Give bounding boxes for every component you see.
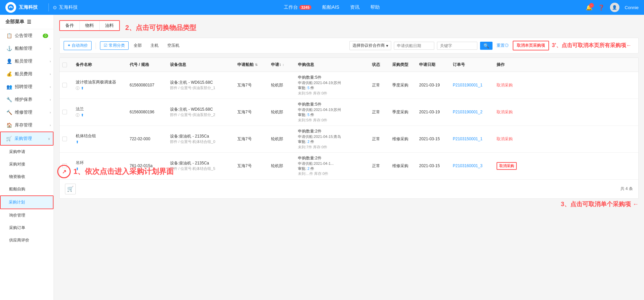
- arrow-icon: ›: [50, 111, 51, 114]
- sidebar-item-crewfee[interactable]: 💰 船员费用 ›: [0, 68, 54, 80]
- info-icon[interactable]: ⓘ: [76, 113, 79, 118]
- auto-quote-button[interactable]: ✦ 自动询价: [64, 41, 92, 50]
- news-label: 资讯: [350, 4, 360, 10]
- type-tab-oil[interactable]: 油料: [100, 21, 119, 30]
- logo-icon: [5, 2, 16, 13]
- cancel-purchase-link[interactable]: 取消采购: [497, 136, 513, 142]
- type-tab-spare[interactable]: 备件: [60, 21, 80, 30]
- approval-link[interactable]: 5: [307, 86, 309, 90]
- order-no-link[interactable]: P2103190001_1: [453, 82, 482, 88]
- cell-apply-date: 2021-03-19: [416, 99, 450, 125]
- annotation-2: 2、点击可切换物品类型: [125, 23, 196, 32]
- sidebar-item-label: 采购对接: [9, 161, 25, 167]
- cell-action: 取消采购: [494, 72, 534, 99]
- news-nav-item[interactable]: 资讯: [350, 4, 360, 10]
- filter-tab-common-class[interactable]: ☑ 常用分类: [100, 41, 128, 50]
- upload-icon[interactable]: ⬆: [76, 140, 79, 145]
- main-layout: 全部菜单 ☰ 📋 公告管理 0 ⚓ 船舶管理 › 👤 船员管理 › 💰 船员费用…: [0, 15, 644, 300]
- question-icon[interactable]: ❓: [598, 4, 605, 11]
- sidebar-item-purchase-pair[interactable]: 采购对接: [0, 158, 54, 171]
- hamburger-icon[interactable]: ☰: [27, 19, 31, 25]
- arrow-icon: ›: [50, 60, 51, 63]
- username: Connie: [625, 5, 639, 10]
- ship-ais-nav-item[interactable]: 船舶AIS: [322, 4, 339, 10]
- table-row: 法兰 ⓘ ⬆ 61560080196 设备:主机 - WD615.68C 部件 …: [60, 99, 638, 126]
- sidebar-item-label: 询价管理: [9, 213, 25, 218]
- table-header: 备件名称 代号 / 规格 设备信息 申请船舶 ⇅ 申请↕ ↕ 申购信息: [60, 58, 638, 72]
- sidebar-item-goods-receive[interactable]: 物资验收: [0, 171, 54, 183]
- cancel-purchase-link[interactable]: 取消采购: [497, 82, 513, 88]
- approval-link[interactable]: 5: [307, 113, 309, 117]
- sidebar-item-crew[interactable]: 👤 船员管理 ›: [0, 55, 54, 68]
- upload-icon[interactable]: ⬆: [81, 113, 84, 118]
- header-apply-dept[interactable]: 申请↕ ↕: [268, 61, 295, 69]
- sidebar-item-ship[interactable]: ⚓ 船舶管理 ›: [0, 42, 54, 55]
- avatar[interactable]: 👤: [610, 3, 619, 12]
- sidebar-item-purchase-plan[interactable]: 采购计划: [0, 195, 54, 209]
- partner-select[interactable]: 选择协议价合作商 ▾: [349, 41, 391, 50]
- info-icon[interactable]: ⓘ: [76, 86, 79, 91]
- cancel-purchase-link[interactable]: 取消采购: [497, 109, 513, 115]
- select-all-checkbox[interactable]: [62, 63, 67, 67]
- sidebar-item-purchase[interactable]: 🛒 采购管理 ∨: [0, 132, 54, 146]
- cell-apply-date: 2021-03-15: [416, 126, 450, 152]
- logo[interactable]: 互海科技: [5, 2, 38, 13]
- cancel-purchase-button-row4[interactable]: 取消采购: [497, 162, 517, 170]
- sidebar-item-repair[interactable]: 🔨 维修管理 ›: [0, 106, 54, 119]
- cell-purchase-info: 申购数量:5件 申请供船:2021-04-19;苏州 审批: 5 件 未到:5件…: [295, 72, 369, 99]
- row-checkbox[interactable]: [62, 137, 67, 141]
- filter-bar: ✦ 自动询价 ☑ 常用分类 全部 主机 空压机: [59, 38, 639, 53]
- sidebar-item-label: 采购申请: [9, 149, 25, 155]
- filter-tab-compressor[interactable]: 空压机: [164, 41, 183, 50]
- order-no-link[interactable]: P2103190001_2: [453, 109, 482, 115]
- cancel-page-button[interactable]: 取消本页采购项: [513, 41, 549, 50]
- upload-icon[interactable]: ⬆: [76, 166, 79, 172]
- table-row: 机体结合组 ⬆ 722-02-000 设备:柴油机 - 2135Ca 部件 / …: [60, 126, 638, 153]
- row-checkbox[interactable]: [62, 110, 67, 114]
- sidebar-item-label: 船员管理: [15, 58, 32, 64]
- help-nav-item[interactable]: 帮助: [370, 4, 380, 10]
- order-no-link[interactable]: P2103150001_1: [453, 136, 482, 142]
- cart-button[interactable]: 🛒: [65, 184, 76, 194]
- row-checkbox[interactable]: [62, 163, 67, 168]
- header-checkbox: [60, 61, 73, 69]
- keyword-input[interactable]: [437, 42, 477, 50]
- cell-checkbox: [60, 153, 73, 179]
- row-checkbox[interactable]: [62, 83, 67, 87]
- cell-apply-ship: 互海7号: [235, 153, 268, 179]
- filter-tab-all[interactable]: 全部: [130, 41, 145, 50]
- workbench-nav-item[interactable]: 工作台 3245: [284, 4, 311, 10]
- approval-link[interactable]: 2: [307, 140, 309, 144]
- sidebar-item-maintain[interactable]: 🔧 维护保养 ›: [0, 93, 54, 106]
- sidebar-item-label: 船舶管理: [15, 45, 32, 51]
- logo-text: 互海科技: [19, 4, 38, 10]
- sidebar-item-recruit[interactable]: 👥 招聘管理 ›: [0, 80, 54, 93]
- sidebar-item-label: 维护保养: [15, 97, 32, 103]
- bell-icon[interactable]: 🔔 ·: [586, 4, 592, 11]
- cell-device-info: 设备:主机 - WD615.68C 部件 / 位置号:供油泵部分_1: [167, 72, 235, 99]
- approval-link[interactable]: 2: [307, 166, 309, 171]
- filter-tab-main[interactable]: 主机: [147, 41, 162, 50]
- header-apply-ship[interactable]: 申请船舶 ⇅: [235, 61, 268, 69]
- sidebar-item-label: 供应商评价: [9, 237, 29, 243]
- reset-button[interactable]: 重置◎: [495, 41, 510, 50]
- sidebar-item-purchase-apply[interactable]: 采购申请: [0, 146, 54, 158]
- purchase-submenu: 采购申请 采购对接 物资验收 船舶自购 采购计划 询价管理 采购订单 供应商评价: [0, 146, 54, 247]
- cell-status: 正常: [369, 153, 389, 179]
- order-no-link[interactable]: P2103160001_3: [453, 163, 482, 169]
- date-filter-input[interactable]: [394, 42, 434, 50]
- sidebar-item-label: 招聘管理: [15, 84, 32, 90]
- cell-action: 取消采购: [494, 99, 534, 125]
- sidebar-item-supplier-eval[interactable]: 供应商评价: [0, 234, 54, 247]
- arrow-icon: ›: [50, 85, 51, 89]
- type-tab-material[interactable]: 物料: [80, 21, 100, 30]
- sidebar-item-inventory[interactable]: 🏠 库存管理 ›: [0, 119, 54, 132]
- search-button[interactable]: 🔍: [480, 42, 493, 50]
- sidebar-item-purchase-order[interactable]: 采购订单: [0, 222, 54, 234]
- cell-item-name: 法兰 ⓘ ⬆: [73, 99, 127, 125]
- cell-apply-dept: 轮机部: [268, 99, 295, 125]
- upload-icon[interactable]: ⬆: [81, 86, 84, 91]
- sidebar-item-ship-buy[interactable]: 船舶自购: [0, 183, 54, 195]
- sidebar-item-quote-mgmt[interactable]: 询价管理: [0, 209, 54, 222]
- sidebar-item-announcement[interactable]: 📋 公告管理 0: [0, 29, 54, 42]
